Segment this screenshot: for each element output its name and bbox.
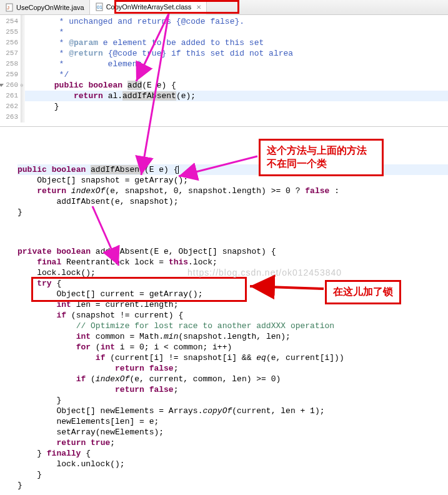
line-num: 254: [0, 16, 21, 27]
line-gutter: 254 255 256 257 258 259 260⊖ 261 262 263: [0, 15, 21, 122]
line-num: 256: [0, 38, 21, 48]
java-file-icon: J: [5, 3, 14, 12]
line-num: 255: [0, 27, 21, 38]
line-num: 261: [0, 91, 21, 101]
tab-label: UseCopyOnWrite.java: [16, 4, 84, 11]
tab-usecopyonwrite[interactable]: J UseCopyOnWrite.java: [0, 0, 90, 14]
line-num: 262: [0, 101, 21, 112]
line-num: 263: [0, 112, 21, 122]
line-num: 259: [0, 69, 21, 80]
line-num: 258: [0, 59, 21, 69]
code-editor-3[interactable]: private boolean addIfAbsent(E e, Object[…: [0, 221, 448, 491]
callout-different-class: 这个方法与上面的方法 不在同一个类: [259, 139, 384, 176]
line-num: 260⊖: [0, 80, 21, 91]
fold-icon[interactable]: [0, 84, 4, 87]
code-area[interactable]: * unchanged and returns {@code false}. *…: [25, 15, 448, 122]
line-num: 257: [0, 48, 21, 59]
svg-text:J: J: [7, 5, 9, 11]
annotation-box-tab: [114, 0, 239, 14]
class-file-icon: 01: [95, 2, 104, 11]
annotation-box-lock: [31, 277, 247, 302]
code-editor-1[interactable]: 254 255 256 257 258 259 260⊖ 261 262 263…: [0, 15, 448, 122]
text-cursor: [178, 166, 179, 174]
callout-lock-added: 在这儿加了锁: [325, 280, 401, 304]
svg-text:01: 01: [97, 4, 102, 10]
